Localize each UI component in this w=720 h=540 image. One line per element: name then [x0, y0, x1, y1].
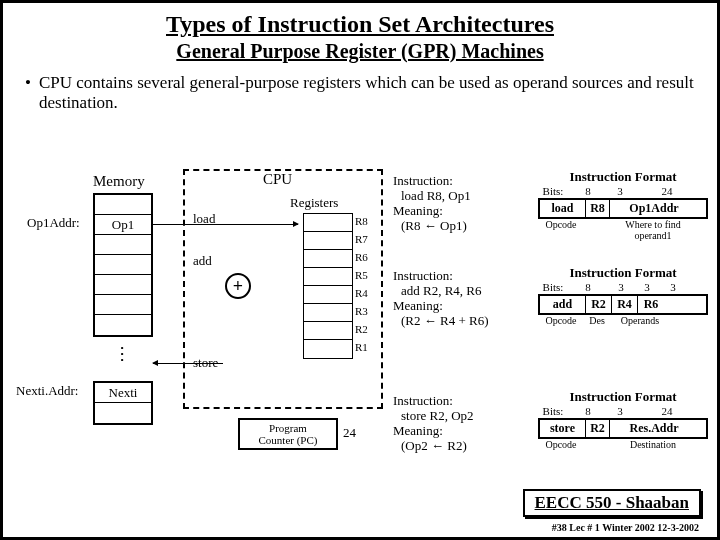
memory-cell-nexti: Nexti	[95, 383, 151, 403]
memory-cell	[95, 195, 151, 215]
memory-cell	[95, 235, 151, 255]
memory-label: Memory	[93, 173, 145, 190]
registers-block	[303, 213, 353, 359]
add-label: add	[193, 253, 212, 269]
memory-cell	[95, 255, 151, 275]
cpu-label: CPU	[263, 171, 292, 188]
memory-block: Op1	[93, 193, 153, 337]
reg-label: R7	[355, 233, 368, 245]
slide: Types of Instruction Set Architectures G…	[0, 0, 720, 540]
reg-label: R8	[355, 215, 368, 227]
title: Types of Instruction Set Architectures	[17, 11, 703, 38]
cpu-box	[183, 169, 383, 409]
reg-label: R6	[355, 251, 368, 263]
arrow-icon	[153, 224, 298, 225]
reg-label: R1	[355, 341, 368, 353]
memory-block-lower: Nexti	[93, 381, 153, 425]
plus-icon: +	[225, 273, 251, 299]
bullet-text: CPU contains several general-purpose reg…	[39, 73, 695, 113]
memory-cell	[95, 275, 151, 295]
instr-add: Instruction: add R2, R4, R6 Meaning: (R2…	[393, 268, 489, 328]
footer-course: EECC 550 - Shaaban	[523, 489, 701, 517]
reg-label: R5	[355, 269, 368, 281]
format-load: Instruction Format Bits:8324 loadR8Op1Ad…	[538, 169, 708, 241]
format-store: Instruction Format Bits:8324 storeR2Res.…	[538, 389, 708, 450]
subtitle: General Purpose Register (GPR) Machines	[17, 40, 703, 63]
nextiaddr-label: Nexti.Addr:	[16, 383, 78, 399]
reg-label: R2	[355, 323, 368, 335]
op1addr-label: Op1Addr:	[27, 215, 80, 231]
reg-label: R3	[355, 305, 368, 317]
memory-cell	[95, 295, 151, 315]
registers-title: Registers	[290, 195, 338, 211]
footer-meta: #38 Lec # 1 Winter 2002 12-3-2002	[552, 522, 699, 533]
memory-cell-op1: Op1	[95, 215, 151, 235]
format-add: Instruction Format Bits:8333 addR2R4R6 O…	[538, 265, 708, 326]
pc-label: Program Counter (PC)	[259, 422, 318, 446]
reg-label: R4	[355, 287, 368, 299]
memory-cell	[95, 315, 151, 335]
arrow-icon	[153, 363, 223, 364]
instr-load: Instruction: load R8, Op1 Meaning: (R8 ←…	[393, 173, 471, 233]
memory-cell	[95, 403, 151, 423]
diagram: Memory Op1Addr: Op1 … Nexti Nexti.Addr: …	[13, 163, 713, 483]
ellipsis-icon: …	[116, 345, 137, 363]
pc-value: 24	[343, 425, 356, 441]
pc-box: Program Counter (PC)	[238, 418, 338, 450]
instr-store: Instruction: store R2, Op2 Meaning: (Op2…	[393, 393, 474, 453]
